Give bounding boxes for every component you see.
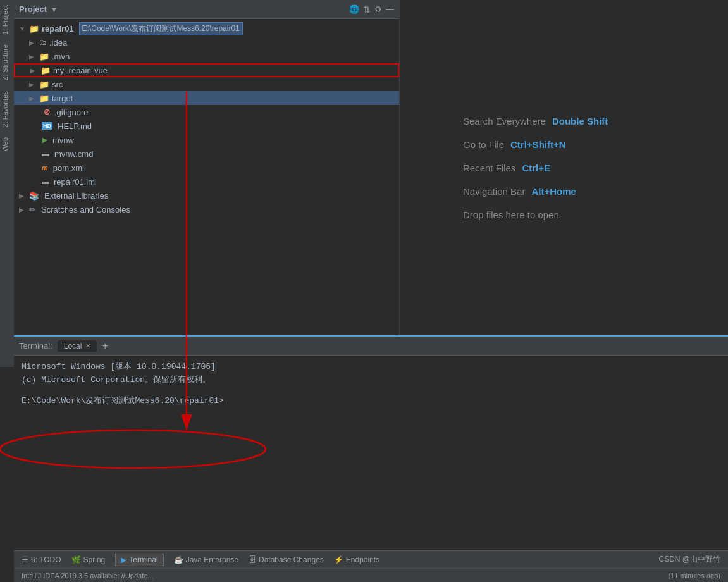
endpoints-icon: ⚡ [334,555,343,564]
drop-files-text: Drop files here to open [463,209,608,220]
mvnw-label: mvnw [52,135,74,145]
tree-item-idea[interactable]: 🗂 .idea [14,35,399,49]
toolbar-left: ☰ 6: TODO 🌿 Spring ▶ Terminal ☕ Java Ent… [22,554,379,566]
minimize-icon[interactable]: — [386,4,394,14]
dropdown-arrow[interactable]: ▼ [51,6,58,13]
idea-folder-icon: 🗂 [39,38,47,47]
globe-icon[interactable]: 🌐 [349,4,359,14]
endpoints-label: Endpoints [346,555,379,564]
scratches-label: Scratches and Consoles [41,205,130,214]
xml-icon: m [42,164,48,171]
project-panel: Project ▼ 🌐 ⇅ ⚙ — 📁 repair01 E:\Code\ [14,0,400,335]
tree-item-mvnwcmd[interactable]: ▬ mvnw.cmd [14,147,399,161]
scratch-icon: ✏ [29,205,36,214]
recent-files-key: Ctrl+E [522,163,550,173]
terminal-add-button[interactable]: + [102,340,108,352]
tree-item-target[interactable]: 📁 target [14,91,399,105]
todo-icon: ☰ [22,555,28,564]
expand-arrow-scratches [19,206,27,213]
status-bar: IntelliJ IDEA 2019.3.5 available: //Upda… [14,568,728,582]
tree-item-repair01iml[interactable]: ▬ repair01.iml [14,175,399,189]
toolbar-java-enterprise[interactable]: ☕ Java Enterprise [174,555,238,564]
expand-arrow-src [29,81,37,88]
tree-item-mvn[interactable]: 📁 .mvn [14,49,399,63]
status-left: IntelliJ IDEA 2019.3.5 available: //Upda… [22,572,154,579]
java-enterprise-icon: ☕ [174,555,183,564]
tree-item-external-libs[interactable]: 📚 External Libraries [14,189,399,202]
tree-item-repair01[interactable]: 📁 repair01 E:\Code\Work\发布订阅测试Mess6.20\r… [14,22,399,35]
sidebar-item-structure[interactable]: Z: Structure [0,39,14,85]
repair01-path: E:\Code\Work\发布订阅测试Mess6.20\repair01 [79,22,243,35]
bottom-toolbar: ☰ 6: TODO 🌿 Spring ▶ Terminal ☕ Java Ent… [14,550,728,568]
tree-item-src[interactable]: 📁 src [14,77,399,91]
database-changes-label: Database Changes [259,555,324,564]
external-libs-label: External Libraries [44,191,108,201]
toolbar-spring[interactable]: 🌿 Spring [71,555,106,564]
iml-icon: ▬ [42,178,49,185]
project-title: Project [19,4,47,14]
toolbar-todo[interactable]: ☰ 6: TODO [22,555,61,564]
expand-arrow-idea [29,39,37,46]
tree-item-scratches[interactable]: ✏ Scratches and Consoles [14,202,399,216]
toolbar-right: CSDN @山中野竹 [658,554,720,565]
tree-item-mvnw[interactable]: ▶ mvnw [14,133,399,147]
shortcut-recent-files: Recent Files Ctrl+E [463,163,608,173]
shortcut-go-to-file: Go to File Ctrl+Shift+N [463,139,608,150]
terminal-text-1: Microsoft Windows [版本 10.0.19044.1706] [22,362,216,371]
terminal-tab-close[interactable]: ✕ [85,342,90,349]
tree-item-gitignore[interactable]: ⊘ .gitignore [14,105,399,119]
mvnw-icon: ▶ [42,135,47,144]
settings-icon[interactable]: ⚙ [374,4,382,14]
terminal-header: Terminal: Local ✕ + [14,337,728,356]
navigation-bar-label: Navigation Bar [463,186,525,197]
shortcut-search-everywhere: Search Everywhere Double Shift [463,116,608,127]
spring-label: Spring [83,555,106,564]
spring-icon: 🌿 [71,555,81,564]
database-changes-icon: 🗄 [249,555,256,564]
search-everywhere-key: Double Shift [552,116,608,127]
repair01-label: repair01 [42,24,74,34]
terminal-tab-local-label: Local [64,342,82,350]
repair01iml-label: repair01.iml [54,177,97,187]
sidebar-item-project[interactable]: 1: Project [0,0,14,39]
expand-arrow-mvn [29,53,37,60]
md-icon: HD [42,122,52,130]
terminal-prompt-line: E:\Code\Work\发布订阅测试Mess6.20\repair01> [22,395,720,408]
terminal-prompt-text: E:\Code\Work\发布订阅测试Mess6.20\repair01> [22,396,224,406]
src-label: src [52,80,63,89]
todo-label: 6: TODO [31,555,61,564]
terminal-line-1: Microsoft Windows [版本 10.0.19044.1706] [22,361,720,374]
csdn-label: CSDN @山中野竹 [658,555,720,564]
src-folder-icon: 📁 [39,80,49,89]
terminal-tab-local[interactable]: Local ✕ [58,340,97,352]
vue-folder-icon: 📁 [40,66,51,75]
toolbar-database-changes[interactable]: 🗄 Database Changes [249,555,324,564]
mvnwcmd-label: mvnw.cmd [54,149,93,159]
terminal-content[interactable]: Microsoft Windows [版本 10.0.19044.1706] (… [14,356,728,550]
toolbar-endpoints[interactable]: ⚡ Endpoints [334,555,379,564]
go-to-file-key: Ctrl+Shift+N [510,139,566,150]
expand-arrow-external [19,192,27,199]
navigation-bar-key: Alt+Home [531,186,576,197]
left-side-tabs: 1: Project Z: Structure 2: Favorites Web [0,0,14,367]
java-enterprise-label: Java Enterprise [186,555,238,564]
expand-arrow-vue [30,67,38,74]
shortcut-navigation-bar: Navigation Bar Alt+Home [463,186,608,197]
terminal-text-2: (c) Microsoft Corporation。保留所有权利。 [22,375,211,385]
sidebar-item-favorites[interactable]: 2: Favorites [0,86,14,132]
mvn-label: .mvn [52,52,70,61]
terminal-panel: Terminal: Local ✕ + Microsoft Windows [版… [14,335,728,550]
pomxml-label: pom.xml [53,163,84,173]
toolbar-terminal[interactable]: ▶ Terminal [115,554,163,566]
sort-icon[interactable]: ⇅ [363,4,371,15]
external-libs-icon: 📚 [29,191,39,201]
tree-item-helpmd[interactable]: HD HELP.md [14,119,399,133]
sidebar-item-web[interactable]: Web [0,132,14,156]
tree-item-pomxml[interactable]: m pom.xml [14,161,399,175]
go-to-file-label: Go to File [463,139,504,150]
terminal-toolbar-label: Terminal [129,555,157,564]
target-label: target [52,94,73,103]
file-tree: 📁 repair01 E:\Code\Work\发布订阅测试Mess6.20\r… [14,19,399,335]
project-header: Project ▼ 🌐 ⇅ ⚙ — [14,0,399,19]
tree-item-my-repair-vue[interactable]: 📁 my_repair_vue [14,63,399,77]
